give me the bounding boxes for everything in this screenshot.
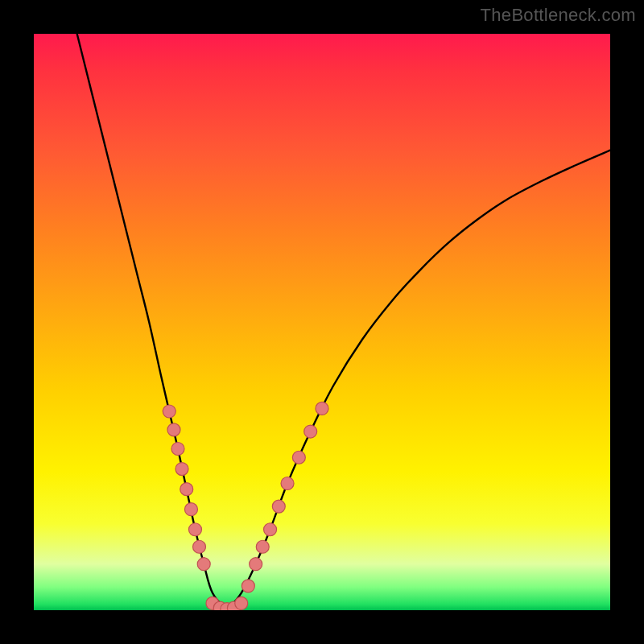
bead-marker (250, 558, 262, 571)
bead-marker (192, 540, 205, 553)
bead-marker (292, 451, 305, 464)
bead-marker (272, 500, 285, 513)
watermark-text: TheBottleneck.com (481, 5, 636, 26)
bead-markers (163, 402, 328, 610)
plot-gradient-area (34, 34, 610, 610)
bead-marker (242, 580, 254, 592)
right-curve-path (227, 151, 610, 610)
bead-marker (304, 425, 317, 438)
bead-marker (316, 402, 328, 415)
curve-svg (34, 34, 610, 610)
bead-marker (184, 503, 197, 516)
bead-marker (188, 523, 201, 536)
bead-marker (235, 597, 248, 609)
bead-marker (281, 477, 294, 489)
bead-marker (197, 558, 210, 571)
bead-marker (167, 423, 180, 436)
bead-marker (264, 523, 277, 536)
chart-frame: TheBottleneck.com (0, 0, 644, 644)
left-curve-path (77, 34, 227, 610)
bead-marker (180, 483, 193, 496)
bead-marker (175, 463, 188, 476)
bead-marker (256, 540, 269, 553)
bead-marker (171, 443, 184, 456)
bead-marker (163, 405, 175, 418)
